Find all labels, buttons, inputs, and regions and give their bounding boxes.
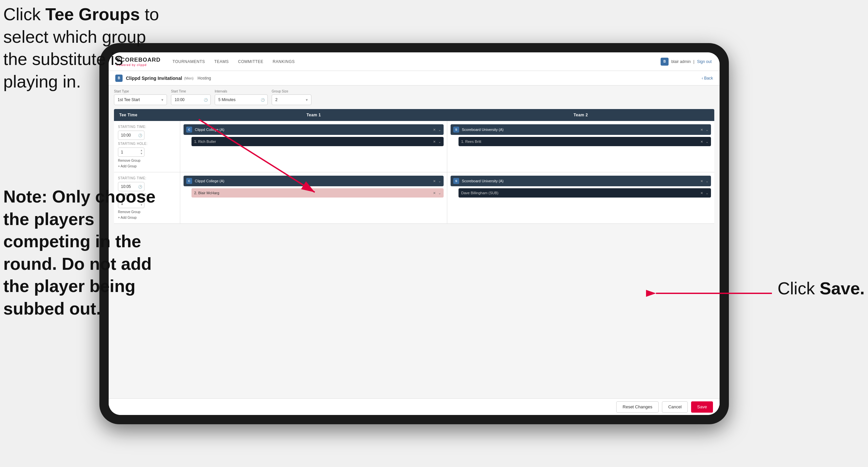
group-size-label: Group Size bbox=[272, 89, 311, 93]
starting-time-label-2: STARTING TIME: bbox=[118, 176, 176, 180]
navbar: SCOREBOARD Powered by clippd TOURNAMENTS… bbox=[108, 52, 720, 71]
nav-tournaments[interactable]: TOURNAMENTS bbox=[173, 58, 205, 65]
team1-card-2[interactable]: C Clippd College (A) ✕ ⌄ bbox=[184, 176, 444, 186]
group-size-field: Group Size 2 ▼ bbox=[272, 89, 311, 105]
team1-card-1[interactable]: C Clippd College (A) ✕ ⌄ bbox=[184, 124, 444, 135]
nav-username: blair admin bbox=[671, 59, 691, 64]
hole-spinner-1[interactable]: ▲ ▼ bbox=[140, 149, 143, 155]
player2-x-2[interactable]: ✕ bbox=[700, 191, 703, 195]
player1-x-2[interactable]: ✕ bbox=[433, 191, 436, 195]
save-button[interactable]: Save bbox=[691, 401, 713, 413]
team1-x-1[interactable]: ✕ bbox=[433, 128, 436, 132]
player1-actions-1: ✕ ⌄ bbox=[433, 140, 441, 144]
starting-time-row-1: 10:00 🕐 bbox=[118, 130, 176, 140]
starting-time-input-1[interactable]: 10:00 🕐 bbox=[118, 130, 145, 140]
team1-name-2: Clippd College (A) bbox=[195, 179, 433, 183]
team2-card-2[interactable]: S Scoreboard University (A) ✕ ⌄ bbox=[451, 176, 711, 186]
hole-down-1[interactable]: ▼ bbox=[140, 152, 143, 155]
group-1: STARTING TIME: 10:00 🕐 STARTING HOLE: 1 bbox=[114, 121, 714, 172]
col-team2: Team 2 bbox=[447, 109, 714, 121]
tablet-frame: SCOREBOARD Powered by clippd TOURNAMENTS… bbox=[99, 43, 729, 424]
team1-icon-1: C bbox=[186, 126, 192, 133]
nav-separator: | bbox=[693, 59, 694, 64]
group-2-team1: C Clippd College (A) ✕ ⌄ 2. Blair McHarg… bbox=[180, 172, 447, 224]
start-time-field: Start Time 10:00 🕐 bbox=[171, 89, 211, 105]
save-annotation: Click Save. bbox=[778, 279, 865, 298]
team2-card-1[interactable]: S Scoreboard University (A) ✕ ⌄ bbox=[451, 124, 711, 135]
group-1-left: STARTING TIME: 10:00 🕐 STARTING HOLE: 1 bbox=[114, 121, 180, 172]
save-bold: Save. bbox=[819, 279, 865, 298]
team2-name-1: Scoreboard University (A) bbox=[462, 127, 700, 132]
reset-button[interactable]: Reset Changes bbox=[616, 401, 659, 413]
team2-expand-2[interactable]: ⌄ bbox=[706, 179, 708, 183]
intervals-label: Intervals bbox=[215, 89, 268, 93]
player2-actions-2: ✕ ⌄ bbox=[700, 191, 708, 195]
player2-expand-1[interactable]: ⌄ bbox=[706, 140, 708, 144]
tablet-screen: SCOREBOARD Powered by clippd TOURNAMENTS… bbox=[108, 52, 720, 415]
start-time-input[interactable]: 10:00 🕐 bbox=[171, 94, 211, 105]
starting-hole-label-1: STARTING HOLE: bbox=[118, 142, 176, 146]
group-2-team2: S Scoreboard University (A) ✕ ⌄ Dave Bil… bbox=[447, 172, 714, 224]
group-size-input[interactable]: 2 ▼ bbox=[272, 94, 311, 105]
player1-card-2[interactable]: 2. Blair McHarg ✕ ⌄ bbox=[191, 188, 444, 198]
player1-name-1: 1. Rich Butler bbox=[194, 140, 433, 144]
add-group-1[interactable]: + Add Group bbox=[118, 165, 176, 168]
cancel-button[interactable]: Cancel bbox=[662, 401, 688, 413]
config-row: Start Type 1st Tee Start ▼ Start Time 10… bbox=[108, 86, 720, 109]
group-1-team2: S Scoreboard University (A) ✕ ⌄ 1. Rees … bbox=[447, 121, 714, 172]
player1-x-1[interactable]: ✕ bbox=[433, 140, 436, 144]
remove-group-1[interactable]: Remove Group bbox=[118, 159, 176, 163]
intervals-field: Intervals 5 Minutes 🕐 bbox=[215, 89, 268, 105]
player2-card-2[interactable]: Dave Billingham (SUB) ✕ ⌄ bbox=[459, 188, 711, 198]
nav-avatar: B bbox=[661, 58, 669, 66]
nav-items: TOURNAMENTS TEAMS COMMITTEE RANKINGS bbox=[173, 58, 661, 65]
sub-header: B Clippd Spring Invitational (Men) Hosti… bbox=[108, 71, 720, 86]
team2-actions-2: ✕ ⌄ bbox=[700, 179, 708, 183]
team1-actions-1: ✕ ⌄ bbox=[433, 128, 441, 132]
start-type-value: 1st Tee Start bbox=[118, 97, 140, 102]
team2-icon-2: S bbox=[453, 178, 459, 184]
player1-actions-2: ✕ ⌄ bbox=[433, 191, 441, 195]
team2-expand-1[interactable]: ⌄ bbox=[706, 128, 708, 132]
team2-x-2[interactable]: ✕ bbox=[700, 179, 703, 183]
team1-name-1: Clippd College (A) bbox=[195, 127, 433, 132]
team2-name-2: Scoreboard University (A) bbox=[462, 179, 700, 183]
player1-name-2: 2. Blair McHarg bbox=[194, 191, 433, 195]
back-button[interactable]: ‹ Back bbox=[702, 76, 713, 81]
hole-up-1[interactable]: ▲ bbox=[140, 149, 143, 152]
team1-x-2[interactable]: ✕ bbox=[433, 179, 436, 183]
footer: Reset Changes Cancel Save bbox=[108, 399, 720, 415]
col-team1: Team 1 bbox=[180, 109, 447, 121]
team1-expand-1[interactable]: ⌄ bbox=[438, 128, 441, 132]
nav-committee[interactable]: COMMITTEE bbox=[238, 58, 264, 65]
player1-expand-1[interactable]: ⌄ bbox=[438, 140, 441, 144]
top-annotation: Click Tee Groups to select which group t… bbox=[3, 3, 162, 93]
start-type-arrow: ▼ bbox=[161, 98, 164, 102]
nav-teams[interactable]: TEAMS bbox=[214, 58, 229, 65]
intervals-input[interactable]: 5 Minutes 🕐 bbox=[215, 94, 268, 105]
starting-time-label-1: STARTING TIME: bbox=[118, 125, 176, 128]
team1-expand-2[interactable]: ⌄ bbox=[438, 179, 441, 183]
starting-hole-input-1[interactable]: 1 ▲ ▼ bbox=[118, 147, 145, 157]
start-time-value: 10:00 bbox=[175, 97, 185, 102]
player2-x-1[interactable]: ✕ bbox=[700, 140, 703, 144]
player1-card-1[interactable]: 1. Rich Butler ✕ ⌄ bbox=[191, 137, 444, 146]
group-1-team1: C Clippd College (A) ✕ ⌄ 1. Rich Butler … bbox=[180, 121, 447, 172]
sub-header-badge: (Men) bbox=[184, 76, 194, 80]
player2-expand-2[interactable]: ⌄ bbox=[706, 191, 708, 195]
player2-name-2: Dave Billingham (SUB) bbox=[461, 191, 700, 195]
group-size-value: 2 bbox=[275, 97, 278, 102]
team2-x-1[interactable]: ✕ bbox=[700, 128, 703, 132]
intervals-icon: 🕐 bbox=[261, 98, 265, 102]
player1-expand-2[interactable]: ⌄ bbox=[438, 191, 441, 195]
player2-name-1: 1. Rees Britt bbox=[461, 140, 700, 144]
note-bold: Note: Only choose the players competing … bbox=[3, 187, 155, 318]
nav-signout[interactable]: Sign out bbox=[697, 59, 712, 64]
start-type-input[interactable]: 1st Tee Start ▼ bbox=[114, 94, 167, 105]
nav-rankings[interactable]: RANKINGS bbox=[273, 58, 295, 65]
team1-actions-2: ✕ ⌄ bbox=[433, 179, 441, 183]
nav-right: B blair admin | Sign out bbox=[661, 58, 712, 66]
sub-header-hosting: Hosting bbox=[197, 76, 211, 81]
scroll-area[interactable]: STARTING TIME: 10:00 🕐 STARTING HOLE: 1 bbox=[108, 121, 720, 399]
player2-card-1[interactable]: 1. Rees Britt ✕ ⌄ bbox=[459, 137, 711, 146]
